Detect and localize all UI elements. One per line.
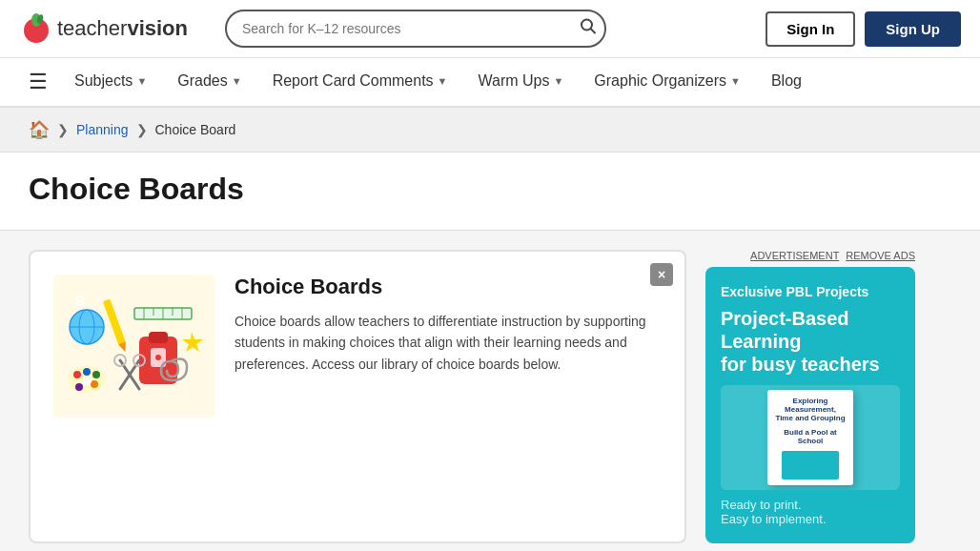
ad-main-title: Project-Based Learning for busy teachers [721,307,900,376]
ad-panel: ADVERTISEMENT REMOVE ADS Exclusive PBL P… [705,250,915,543]
svg-rect-18 [149,332,168,343]
logo-text: teachervision [57,16,188,41]
ad-exclusive-tag: Exclusive PBL Projects [721,284,900,299]
svg-text:B: B [75,294,85,309]
page-title-area: Choice Boards [0,153,980,231]
chevron-down-icon: ▼ [232,75,242,87]
nav-grades[interactable]: Grades ▼ [164,59,255,106]
svg-point-26 [92,371,100,378]
ad-subtext: Ready to print. Easy to implement. [721,498,900,526]
ad-book-cover: Exploring Measurement, Time and Grouping… [767,390,853,485]
svg-point-28 [75,383,83,391]
ad-book-image: Exploring Measurement, Time and Grouping… [721,385,900,490]
svg-line-4 [591,29,596,33]
breadcrumb-separator: ❯ [57,122,69,137]
card-content: Choice Boards Choice boards allow teache… [235,275,662,375]
main-nav: ☰ Subjects ▼ Grades ▼ Report Card Commen… [0,58,980,108]
search-bar [225,10,606,48]
remove-ads-link[interactable]: REMOVE ADS [846,250,915,261]
svg-point-29 [82,378,92,385]
feature-card: B Choice Boards Choice boards allow [29,250,686,543]
svg-point-25 [83,368,91,376]
chevron-down-icon: ▼ [553,75,563,87]
nav-subjects[interactable]: Subjects ▼ [61,59,160,106]
breadcrumb: 🏠 ❯ Planning ❯ Choice Board [0,108,980,153]
chevron-down-icon: ▼ [438,75,448,87]
svg-point-24 [73,371,81,378]
search-button[interactable] [580,18,597,40]
header: teachervision Sign In Sign Up [0,0,980,58]
search-icon [580,18,597,35]
chevron-down-icon: ▼ [730,75,741,87]
card-title: Choice Boards [235,275,662,299]
breadcrumb-current: Choice Board [155,122,236,137]
search-input[interactable] [225,10,606,48]
breadcrumb-planning[interactable]: Planning [76,122,129,137]
logo-apple-icon [19,11,53,46]
nav-warm-ups[interactable]: Warm Ups ▼ [464,59,577,106]
ad-card: Exclusive PBL Projects Project-Based Lea… [705,267,915,543]
sign-up-button[interactable]: Sign Up [865,11,961,47]
main-content: B Choice Boards Choice boards allow [0,231,980,551]
auth-buttons: Sign In Sign Up [766,11,961,47]
svg-point-20 [155,355,161,360]
sign-in-button[interactable]: Sign In [766,11,855,47]
home-icon[interactable]: 🏠 [29,119,50,140]
svg-point-27 [91,380,98,388]
logo[interactable]: teachervision [19,11,210,46]
hamburger-icon[interactable]: ☰ [19,58,57,106]
card-illustration: B [58,279,211,413]
breadcrumb-separator: ❯ [136,122,148,137]
nav-graphic-organizers[interactable]: Graphic Organizers ▼ [581,59,754,106]
nav-blog[interactable]: Blog [758,59,815,106]
card-description: Choice boards allow teachers to differen… [235,311,662,375]
nav-report-card-comments[interactable]: Report Card Comments ▼ [259,59,461,106]
page-title: Choice Boards [29,172,951,207]
ad-label: ADVERTISEMENT REMOVE ADS [705,250,915,261]
chevron-down-icon: ▼ [136,75,147,87]
close-button[interactable]: × [650,263,673,286]
card-image: B [53,275,215,418]
